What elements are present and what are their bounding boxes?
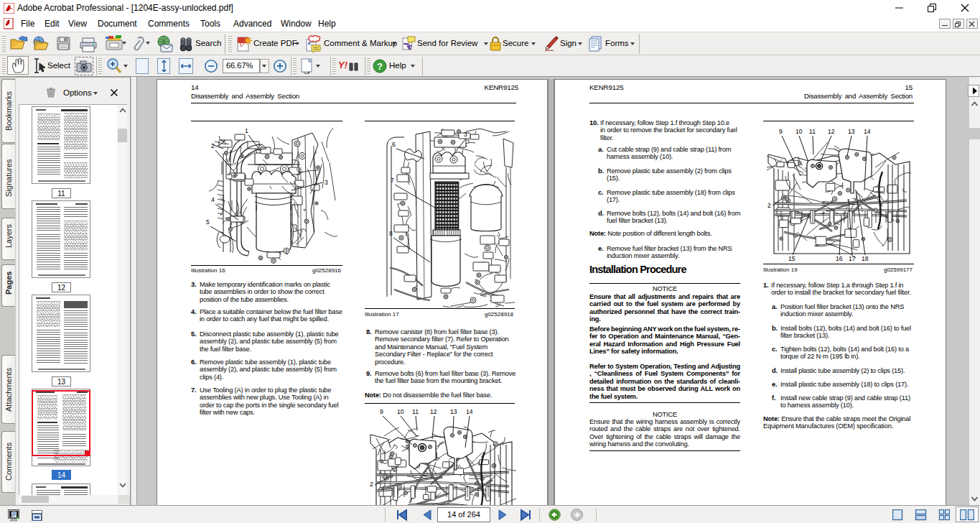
svg-text:13: 13 (450, 408, 457, 415)
svg-text:17: 17 (849, 255, 856, 262)
svg-text:12: 12 (430, 408, 437, 415)
svg-text:3: 3 (325, 179, 328, 186)
svg-text:2: 2 (370, 481, 373, 488)
svg-text:2: 2 (767, 202, 771, 209)
svg-text:13: 13 (848, 128, 855, 135)
svg-text:14: 14 (864, 128, 871, 135)
svg-text:16: 16 (836, 255, 843, 262)
svg-text:15: 15 (788, 255, 795, 262)
svg-text:6: 6 (392, 141, 396, 148)
svg-text:1: 1 (245, 127, 248, 134)
svg-text:®: ® (285, 249, 289, 254)
svg-text:4: 4 (211, 196, 215, 203)
svg-text:11: 11 (412, 408, 419, 415)
svg-text:7: 7 (391, 177, 394, 184)
svg-text:5: 5 (206, 218, 210, 226)
svg-text:2: 2 (211, 142, 215, 149)
svg-text:9: 9 (380, 408, 383, 415)
svg-text:9: 9 (779, 128, 783, 135)
svg-text:14: 14 (466, 408, 473, 415)
svg-text:10: 10 (397, 408, 404, 415)
svg-text:8: 8 (389, 230, 393, 237)
svg-text:11: 11 (809, 128, 816, 135)
svg-text:3: 3 (464, 131, 467, 138)
svg-text:12: 12 (828, 128, 835, 135)
svg-text:?: ? (377, 61, 383, 72)
svg-text:10: 10 (795, 128, 803, 135)
svg-text:18: 18 (862, 255, 869, 262)
